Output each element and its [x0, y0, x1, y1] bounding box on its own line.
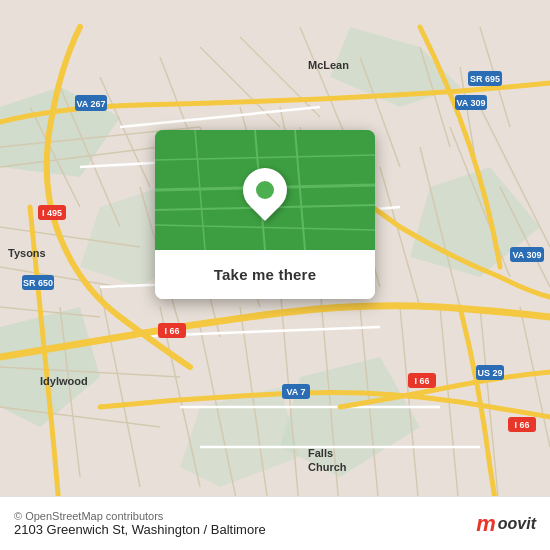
- location-pin: [243, 168, 287, 212]
- svg-text:I 66: I 66: [414, 376, 429, 386]
- svg-text:SR 650: SR 650: [23, 278, 53, 288]
- svg-text:VA 309: VA 309: [512, 250, 541, 260]
- moovit-logo-m: m: [476, 511, 496, 537]
- svg-text:VA 7: VA 7: [286, 387, 305, 397]
- moovit-logo-text: oovit: [498, 515, 536, 533]
- svg-text:Church: Church: [308, 461, 347, 473]
- svg-text:VA 309: VA 309: [456, 98, 485, 108]
- bottom-bar: © OpenStreetMap contributors 2103 Greenw…: [0, 496, 550, 550]
- svg-text:McLean: McLean: [308, 59, 349, 71]
- osm-credit: © OpenStreetMap contributors: [14, 510, 266, 522]
- map-container: VA 267 I 495 SR 650 VA 309 VA 695 VA 309…: [0, 0, 550, 550]
- popup-card: Take me there: [155, 130, 375, 299]
- svg-text:I 66: I 66: [164, 326, 179, 336]
- take-me-there-button[interactable]: Take me there: [155, 250, 375, 299]
- pin-inner: [256, 181, 274, 199]
- svg-text:Idylwood: Idylwood: [40, 375, 88, 387]
- svg-text:US 29: US 29: [477, 368, 502, 378]
- popup-map-area: [155, 130, 375, 250]
- address-text: 2103 Greenwich St, Washington / Baltimor…: [14, 522, 266, 537]
- svg-text:SR 695: SR 695: [470, 74, 500, 84]
- bottom-left: © OpenStreetMap contributors 2103 Greenw…: [14, 510, 266, 537]
- svg-text:I 66: I 66: [514, 420, 529, 430]
- pin-body: [234, 159, 296, 221]
- svg-text:VA 267: VA 267: [76, 99, 105, 109]
- svg-text:I 495: I 495: [42, 208, 62, 218]
- svg-text:Tysons: Tysons: [8, 247, 46, 259]
- svg-text:Falls: Falls: [308, 447, 333, 459]
- moovit-logo: m oovit: [476, 511, 536, 537]
